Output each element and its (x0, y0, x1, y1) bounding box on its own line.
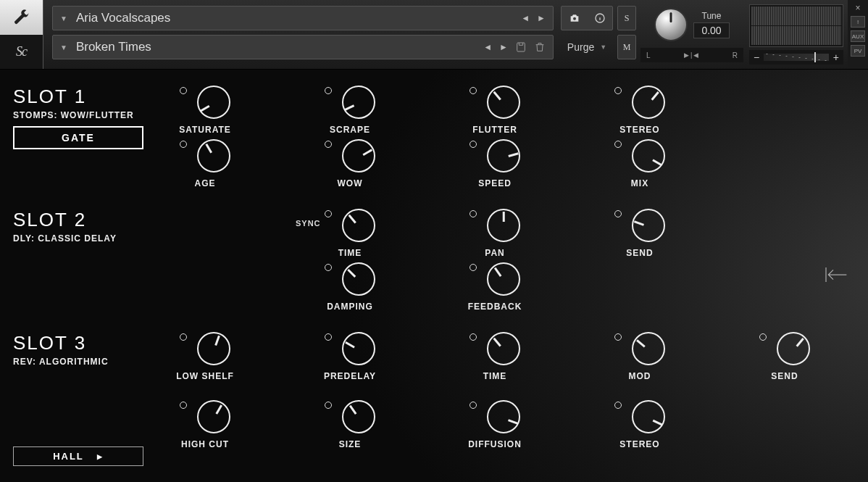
knob-led[interactable] (614, 402, 622, 409)
trash-icon[interactable] (534, 41, 546, 53)
param-knob[interactable] (197, 400, 230, 433)
knob-led[interactable] (470, 141, 477, 148)
param-knob[interactable] (487, 262, 520, 296)
slot-left-column: SLOT 2 DLY: CLASSIC DELAY (13, 207, 172, 315)
knob-row: SATURATE SCRAPE (172, 84, 672, 135)
knob-led[interactable] (325, 333, 332, 341)
param-knob[interactable] (777, 332, 810, 365)
param-knob[interactable] (342, 209, 375, 242)
param-knob[interactable] (197, 139, 230, 173)
param-knob[interactable] (342, 86, 375, 119)
knob-row: LOW SHELF PREDELAY (172, 331, 817, 396)
next-instrument-icon[interactable]: ► (537, 13, 546, 23)
fx-slot: SLOT 1 STOMPS: WOW/FLUTTER GATE SATURATE (13, 84, 868, 191)
knob-led[interactable] (180, 402, 187, 409)
param-knob[interactable] (632, 209, 665, 242)
mute-button[interactable]: M (617, 35, 636, 59)
purge-menu[interactable]: Purge ▼ (561, 35, 613, 59)
wrench-button[interactable] (0, 0, 43, 35)
info-icon[interactable] (594, 12, 606, 24)
knob-cell: AGE (172, 138, 238, 188)
param-knob[interactable] (487, 86, 520, 119)
knob-led[interactable] (470, 87, 477, 94)
knob-led[interactable] (614, 210, 622, 217)
knob-label: STEREO (619, 439, 659, 449)
knob-led[interactable] (470, 333, 477, 341)
slot-subtitle: REV: ALGORITHMIC (13, 357, 172, 367)
tune-value[interactable]: 0.00 (693, 22, 729, 38)
knob-cell: TIME (462, 331, 527, 396)
knob-label: FLUTTER (472, 125, 517, 135)
knob-led[interactable] (180, 333, 187, 341)
next-preset-icon[interactable]: ► (499, 42, 508, 52)
param-knob[interactable] (632, 86, 665, 119)
knob-led[interactable] (759, 333, 767, 341)
param-knob[interactable] (342, 332, 375, 365)
param-knob[interactable] (487, 400, 520, 433)
knob-led[interactable] (614, 141, 622, 148)
gate-button[interactable]: GATE (13, 126, 143, 149)
tune-section: Tune 0.00 L ▶|◀ R (638, 0, 746, 69)
volume-slider[interactable] (764, 54, 829, 61)
volume-bar[interactable]: − + (749, 50, 843, 65)
knob-grid: SYNC TIME PAN (172, 207, 672, 315)
dropdown-caret-icon: ▼ (60, 43, 67, 51)
tune-knob[interactable] (654, 8, 688, 41)
svg-rect-0 (517, 43, 525, 51)
pan-bar[interactable]: L ▶|◀ R (640, 48, 743, 62)
knob-led[interactable] (180, 87, 187, 94)
slot-title: SLOT 2 (13, 209, 172, 231)
param-knob[interactable] (487, 209, 520, 242)
param-knob[interactable] (487, 332, 520, 365)
knob-led[interactable] (470, 402, 477, 409)
reverb-type-button[interactable]: HALL▶ (13, 446, 143, 466)
knob-led[interactable] (180, 141, 187, 148)
exclaim-button[interactable]: ! (851, 16, 865, 28)
knob-led[interactable] (325, 210, 332, 217)
slot-title: SLOT 1 (13, 86, 172, 108)
knob-led[interactable] (325, 141, 332, 148)
purge-label-text: Purge (567, 41, 594, 53)
knob-led[interactable] (614, 87, 622, 94)
prev-preset-icon[interactable]: ◄ (483, 42, 492, 52)
knob-label: SIZE (339, 439, 362, 449)
close-button[interactable]: × (855, 3, 860, 13)
aux-button[interactable]: AUX (851, 30, 865, 42)
knob-led[interactable] (614, 333, 622, 341)
collapse-arrow-icon (819, 263, 848, 286)
preset-nav: ◄ ► (483, 41, 546, 53)
knob-led[interactable] (470, 264, 477, 271)
param-knob[interactable] (197, 86, 230, 119)
header-tool-column: Sc (0, 0, 43, 69)
knob-led[interactable] (325, 264, 332, 271)
preset-dropdown[interactable]: ▼ Broken Times ◄ ► (52, 35, 554, 59)
param-knob[interactable] (632, 332, 665, 365)
knob-led[interactable] (325, 402, 332, 409)
param-knob[interactable] (342, 262, 375, 296)
pv-button[interactable]: PV (851, 45, 865, 57)
collapse-panel-button[interactable] (819, 263, 848, 289)
solo-button[interactable]: S (617, 6, 636, 30)
instrument-dropdown[interactable]: ▼ Aria Vocalscapes ◄ ► (52, 6, 554, 30)
knob-label: TIME (483, 371, 507, 381)
param-knob[interactable] (197, 332, 230, 365)
pan-center-icon: ▶|◀ (684, 51, 698, 59)
knob-led[interactable] (325, 87, 332, 94)
param-knob[interactable] (342, 400, 375, 433)
prev-instrument-icon[interactable]: ◄ (521, 13, 530, 23)
knob-cell: SPEED (462, 138, 527, 188)
header-center: ▼ Aria Vocalscapes ◄ ► ▼ Broken Times ◄ … (43, 0, 558, 69)
param-knob[interactable] (632, 139, 665, 173)
tune-label: Tune (702, 11, 722, 21)
param-knob[interactable] (487, 139, 520, 173)
save-icon[interactable] (515, 41, 527, 53)
knob-led[interactable] (470, 210, 477, 217)
camera-icon[interactable] (569, 12, 580, 24)
fx-slot: SLOT 2 DLY: CLASSIC DELAY SYNC TIME (13, 207, 868, 315)
library-logo[interactable]: Sc (0, 35, 43, 70)
knob-grid: LOW SHELF PREDELAY (172, 331, 817, 466)
knob-row: DAMPING FEEDBACK (172, 261, 672, 312)
param-knob[interactable] (342, 139, 375, 173)
param-knob[interactable] (632, 400, 665, 433)
knob-cell: HIGH CUT (172, 399, 238, 464)
